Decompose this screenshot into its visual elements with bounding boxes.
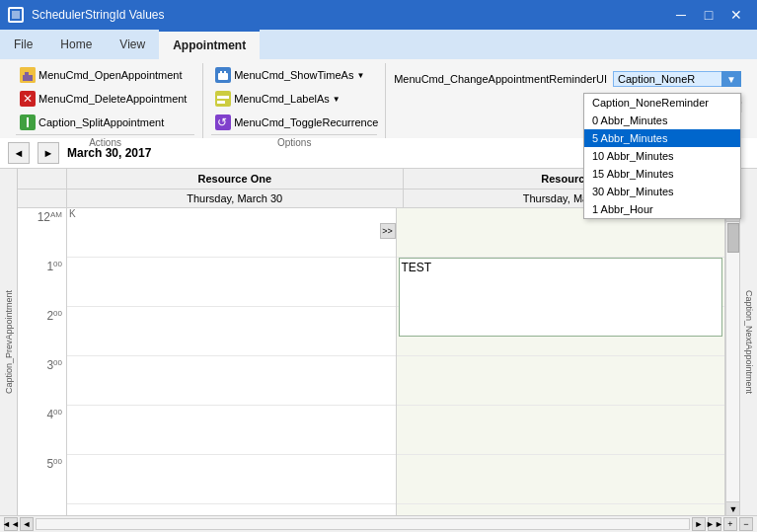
grid-hour-1[interactable] — [67, 258, 396, 307]
app-icon — [8, 7, 24, 23]
dropdown-item-1[interactable]: 0 Abbr_Minutes — [584, 112, 740, 129]
split-icon — [20, 114, 36, 130]
dropdown-item-4[interactable]: 15 Abbr_Minutes — [584, 165, 740, 183]
grid-hour-4[interactable] — [67, 406, 396, 455]
ribbon-tabs: File Home View Appointment — [0, 30, 757, 59]
maximize-button[interactable]: □ — [696, 4, 721, 26]
label-icon — [215, 91, 231, 107]
scroll-next-btn[interactable]: ► — [692, 517, 706, 531]
tab-home[interactable]: Home — [46, 30, 106, 59]
svg-rect-15 — [217, 101, 225, 104]
toggle-recurrence-btn[interactable]: ↺ MenuCmd_ToggleRecurrence — [211, 113, 382, 132]
day-col-one: Thursday, March 30 — [67, 190, 404, 207]
dropdown-item-5[interactable]: 30 Abbr_Minutes — [584, 183, 740, 200]
svg-rect-4 — [25, 72, 29, 76]
svg-rect-12 — [224, 71, 226, 75]
scroll-prev-btn[interactable]: ◄ — [20, 517, 34, 531]
show-time-btn[interactable]: MenuCmd_ShowTimeAs ▼ — [211, 65, 368, 85]
grid-col-two: TEST — [397, 208, 726, 515]
label-arrow: ▼ — [333, 95, 341, 104]
day-time-spacer — [18, 190, 67, 207]
open-appointment-label: MenuCmd_OpenAppointment — [38, 69, 183, 81]
dropdown-item-3[interactable]: 10 Abbr_Minutes — [584, 147, 740, 165]
show-time-label: MenuCmd_ShowTimeAs — [234, 69, 353, 81]
appointment-block[interactable]: TEST — [399, 258, 723, 337]
hscroll-track[interactable] — [36, 518, 690, 530]
scrollbar-thumb[interactable] — [727, 223, 739, 253]
delete-appointment-label: MenuCmd_DeleteAppointment — [38, 93, 187, 105]
zoom-out-btn[interactable]: − — [739, 517, 753, 531]
grid-hour-1-r2[interactable]: TEST — [397, 258, 725, 307]
scrollbar-down-btn[interactable]: ▼ — [726, 501, 739, 515]
options-group-label: Options — [211, 134, 377, 148]
dropdown-item-0[interactable]: Caption_NoneReminder — [584, 94, 740, 112]
actions-group: MenuCmd_OpenAppointment ✕ MenuCmd_Delete… — [8, 63, 203, 138]
svg-text:↺: ↺ — [217, 115, 227, 129]
expand-right-btn[interactable]: >> — [380, 223, 396, 239]
main-content: Resource One Resource T Thursday, March … — [18, 169, 739, 515]
window-controls: ─ □ ✕ — [668, 4, 749, 26]
reminder-dropdown-arrow[interactable]: ▼ — [721, 71, 741, 87]
grid-hour-4-r2[interactable] — [397, 406, 725, 455]
time-col-spacer — [18, 169, 67, 189]
ribbon-content: MenuCmd_OpenAppointment ✕ MenuCmd_Delete… — [0, 59, 757, 138]
zoom-in-btn[interactable]: + — [723, 517, 737, 531]
time-grid-wrapper: 12AM 100 200 300 400 500 K >> — [18, 208, 739, 515]
svg-rect-11 — [220, 71, 222, 75]
scrollbar-track — [726, 222, 739, 501]
scroll-last-btn[interactable]: ►► — [708, 517, 721, 531]
dropdown-item-2[interactable]: 5 Abbr_Minutes — [584, 129, 740, 147]
time-label-4: 400 — [18, 406, 66, 455]
svg-rect-10 — [218, 73, 228, 80]
svg-rect-1 — [12, 11, 20, 19]
time-label-2: 200 — [18, 307, 66, 356]
calendar-area: Caption_PrevAppointment Resource One Res… — [0, 169, 757, 515]
label-btn[interactable]: MenuCmd_LabelAs ▼ — [211, 89, 344, 109]
tab-appointment[interactable]: Appointment — [159, 30, 260, 59]
reminder-dropdown-list: Caption_NoneReminder 0 Abbr_Minutes 5 Ab… — [583, 93, 741, 219]
reminder-row: MenuCmd_ChangeAppointmentReminderUI ▼ Ca… — [394, 71, 741, 87]
right-side-panel: Caption_NextAppointment — [739, 169, 757, 515]
title-bar: SchedulerStringId Values ─ □ ✕ — [0, 0, 757, 30]
k-label: K — [69, 208, 76, 219]
minimize-button[interactable]: ─ — [668, 4, 694, 26]
grid-hour-5-r2[interactable] — [397, 455, 725, 504]
split-appointment-btn[interactable]: Caption_SplitAppointment — [16, 113, 168, 132]
appointment-text: TEST — [402, 261, 432, 274]
window-title: SchedulerStringId Values — [32, 8, 660, 22]
delete-appointment-btn[interactable]: ✕ MenuCmd_DeleteAppointment — [16, 89, 190, 109]
tab-file[interactable]: File — [0, 30, 46, 59]
time-label-12am: 12AM — [18, 208, 66, 258]
grid-hour-5[interactable] — [67, 455, 396, 504]
grid-hour-3-r2[interactable] — [397, 356, 725, 406]
options-group: MenuCmd_ShowTimeAs ▼ MenuCmd_LabelAs ▼ ↺… — [203, 63, 386, 138]
scroll-first-btn[interactable]: ◄◄ — [4, 517, 18, 531]
svg-text:✕: ✕ — [23, 92, 33, 106]
next-appt-btn[interactable]: Caption_NextAppointment — [742, 288, 756, 396]
bottom-bar: ◄◄ ◄ ► ►► + − — [0, 515, 757, 531]
prev-appt-btn[interactable]: Caption_PrevAppointment — [2, 288, 16, 396]
resource-one: Resource One — [67, 169, 404, 189]
toggle-icon: ↺ — [215, 114, 231, 130]
time-label-1: 100 — [18, 258, 66, 307]
time-label-5: 500 — [18, 455, 66, 504]
grid-hour-12[interactable] — [67, 208, 396, 258]
delete-icon: ✕ — [20, 91, 36, 107]
options-items: MenuCmd_ShowTimeAs ▼ MenuCmd_LabelAs ▼ ↺… — [211, 65, 377, 132]
close-button[interactable]: ✕ — [723, 4, 749, 26]
grid-hour-2[interactable] — [67, 307, 396, 356]
grid-hour-3[interactable] — [67, 356, 396, 406]
reminder-combo[interactable]: ▼ Caption_NoneReminder 0 Abbr_Minutes 5 … — [613, 71, 741, 87]
dropdown-item-6[interactable]: 1 Abbr_Hour — [584, 200, 740, 218]
time-icon — [215, 67, 231, 83]
prev-nav-btn[interactable]: ◄ — [8, 142, 30, 164]
tab-view[interactable]: View — [106, 30, 159, 59]
open-appointment-btn[interactable]: MenuCmd_OpenAppointment — [16, 65, 187, 85]
toggle-recurrence-label: MenuCmd_ToggleRecurrence — [234, 116, 378, 128]
svg-rect-14 — [217, 96, 229, 99]
label-label: MenuCmd_LabelAs — [234, 93, 330, 105]
right-scrollbar: ▲ ▼ — [725, 208, 739, 515]
current-date: March 30, 2017 — [67, 146, 151, 160]
next-nav-btn[interactable]: ► — [38, 142, 59, 164]
time-label-3: 300 — [18, 356, 66, 406]
